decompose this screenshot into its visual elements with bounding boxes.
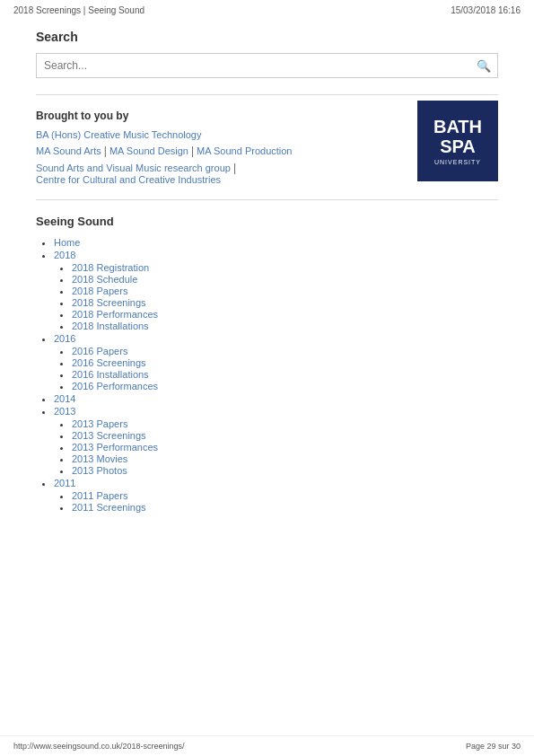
search-input[interactable] — [36, 53, 498, 78]
bath-spa-logo-container: BATH SPA UNIVERSITY — [417, 101, 498, 181]
list-item: 2013 Movies — [72, 453, 498, 464]
header-datetime: 15/03/2018 16:16 — [451, 5, 521, 15]
nav-item-2016: 2016 2016 Papers 2016 Screenings 2016 In… — [54, 333, 498, 391]
list-item: 2018 Performances — [72, 309, 498, 320]
logo-line2: SPA — [440, 136, 476, 156]
nav-link-2018-performances[interactable]: 2018 Performances — [72, 309, 158, 320]
nav-sublist-2018: 2018 Registration 2018 Schedule 2018 Pap… — [54, 262, 498, 331]
logo-line1: BATH — [433, 117, 482, 136]
list-item: 2016 Screenings — [72, 357, 498, 368]
list-item: 2013 Performances — [72, 442, 498, 453]
link-ba-hons[interactable]: BA (Hons) Creative Music Technology — [36, 129, 201, 140]
page-title: 2018 Screenings | Seeing Sound — [13, 5, 144, 15]
seeing-sound-title: Seeing Sound — [36, 215, 498, 228]
link-centre-cultural[interactable]: Centre for Cultural and Creative Industr… — [36, 174, 221, 185]
nav-link-2018-papers[interactable]: 2018 Papers — [72, 286, 127, 296]
nav-link-2013[interactable]: 2013 — [54, 406, 75, 417]
nav-link-2016-papers[interactable]: 2016 Papers — [72, 346, 127, 356]
sep-2: | — [191, 145, 194, 157]
nav-link-2013-screenings[interactable]: 2013 Screenings — [72, 430, 146, 441]
footer-page: Page 29 sur 30 — [466, 742, 521, 751]
links-row-1: MA Sound Arts | MA Sound Design | MA Sou… — [36, 145, 399, 157]
nav-item-2011: 2011 2011 Papers 2011 Screenings — [54, 478, 498, 513]
list-item: 2018 Screenings — [72, 297, 498, 308]
bath-spa-logo: BATH SPA UNIVERSITY — [417, 101, 498, 181]
sep-3: | — [233, 162, 236, 174]
list-item: 2016 Papers — [72, 346, 498, 356]
nav-link-2013-papers[interactable]: 2013 Papers — [72, 418, 127, 429]
list-item: 2016 Performances — [72, 381, 498, 391]
search-box-wrapper: 🔍 — [36, 53, 498, 78]
list-item: 2018 Installations — [72, 321, 498, 331]
brought-section: Brought to you by BA (Hons) Creative Mus… — [36, 110, 498, 185]
list-item: 2016 Installations — [72, 369, 498, 380]
nav-link-2011-papers[interactable]: 2011 Papers — [72, 490, 127, 501]
nav-link-2014[interactable]: 2014 — [54, 393, 75, 404]
list-item: 2018 Registration — [72, 262, 498, 273]
footer-url: http://www.seeingsound.co.uk/2018-screen… — [13, 742, 185, 751]
list-item: 2018 Schedule — [72, 274, 498, 285]
nav-sublist-2016: 2016 Papers 2016 Screenings 2016 Install… — [54, 346, 498, 391]
nav-link-2011-screenings[interactable]: 2011 Screenings — [72, 502, 146, 513]
nav-link-2018[interactable]: 2018 — [54, 250, 75, 260]
footer-bar: http://www.seeingsound.co.uk/2018-screen… — [0, 735, 534, 756]
nav-link-2018-registration[interactable]: 2018 Registration — [72, 262, 149, 273]
link-sound-arts-visual[interactable]: Sound Arts and Visual Music research gro… — [36, 163, 231, 173]
nav-item-2014: 2014 — [54, 393, 498, 404]
nav-sublist-2011: 2011 Papers 2011 Screenings — [54, 490, 498, 513]
divider-2 — [36, 199, 498, 200]
list-item: 2013 Papers — [72, 418, 498, 429]
nav-link-2013-photos[interactable]: 2013 Photos — [72, 465, 127, 476]
nav-link-2016-screenings[interactable]: 2016 Screenings — [72, 357, 146, 368]
nav-item-home: Home — [54, 237, 498, 248]
link-ma-sound-design[interactable]: MA Sound Design — [109, 145, 188, 156]
list-item: 2011 Screenings — [72, 502, 498, 513]
nav-link-home[interactable]: Home — [54, 237, 80, 248]
sep-1: | — [104, 145, 107, 157]
nav-list: Home 2018 2018 Registration 2018 Schedul… — [36, 237, 498, 513]
list-item: 2013 Photos — [72, 465, 498, 476]
nav-link-2018-installations[interactable]: 2018 Installations — [72, 321, 149, 331]
list-item: 2011 Papers — [72, 490, 498, 501]
links-row-2: Sound Arts and Visual Music research gro… — [36, 162, 399, 185]
header-bar: 2018 Screenings | Seeing Sound 15/03/201… — [0, 0, 534, 21]
nav-sublist-2013: 2013 Papers 2013 Screenings 2013 Perform… — [54, 418, 498, 476]
link-ma-sound-production[interactable]: MA Sound Production — [197, 145, 292, 156]
nav-link-2011[interactable]: 2011 — [54, 478, 75, 488]
list-item: 2013 Screenings — [72, 430, 498, 441]
nav-item-2018: 2018 2018 Registration 2018 Schedule 201… — [54, 250, 498, 331]
nav-link-2018-screenings[interactable]: 2018 Screenings — [72, 297, 146, 308]
divider-1 — [36, 94, 498, 95]
nav-link-2016[interactable]: 2016 — [54, 333, 75, 344]
nav-link-2016-installations[interactable]: 2016 Installations — [72, 369, 149, 380]
nav-item-2013: 2013 2013 Papers 2013 Screenings 2013 Pe… — [54, 406, 498, 476]
nav-link-2013-performances[interactable]: 2013 Performances — [72, 442, 158, 453]
brought-title: Brought to you by — [36, 110, 399, 122]
links-section: Brought to you by BA (Hons) Creative Mus… — [36, 110, 399, 185]
search-icon[interactable]: 🔍 — [477, 59, 491, 73]
nav-link-2016-performances[interactable]: 2016 Performances — [72, 381, 158, 391]
list-item: 2018 Papers — [72, 286, 498, 296]
brought-links: BA (Hons) Creative Music Technology MA S… — [36, 129, 399, 185]
search-section: Search 🔍 — [36, 30, 498, 78]
seeing-sound-section: Seeing Sound Home 2018 2018 Registration… — [36, 215, 498, 513]
nav-link-2013-movies[interactable]: 2013 Movies — [72, 453, 127, 464]
search-label: Search — [36, 30, 498, 44]
link-ma-sound-arts[interactable]: MA Sound Arts — [36, 145, 101, 156]
nav-link-2018-schedule[interactable]: 2018 Schedule — [72, 274, 137, 285]
links-row-0: BA (Hons) Creative Music Technology — [36, 129, 399, 140]
logo-line3: UNIVERSITY — [434, 159, 481, 165]
